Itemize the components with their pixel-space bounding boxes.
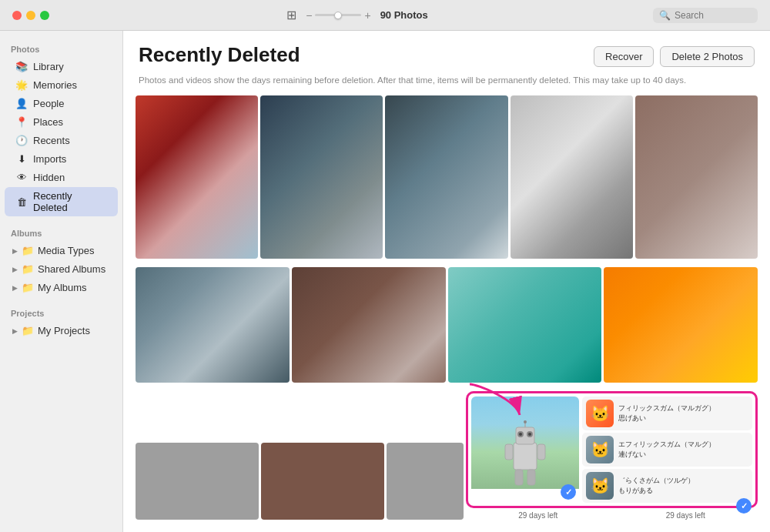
- chevron-icon: ▶: [12, 247, 18, 255]
- minimize-button[interactable]: [26, 11, 35, 20]
- photo-cell[interactable]: [260, 95, 383, 259]
- sidebar-item-memories[interactable]: 🌟 Memories: [5, 76, 118, 94]
- people-label: People: [33, 98, 64, 109]
- imports-icon: ⬇: [15, 153, 28, 165]
- main-content: Recently Deleted Recover Delete 2 Photos…: [123, 31, 770, 532]
- recents-label: Recents: [33, 135, 70, 146]
- svg-point-5: [519, 433, 522, 436]
- zoom-slider[interactable]: − +: [306, 9, 370, 22]
- media-types-label: Media Types: [38, 245, 94, 256]
- check-badge-1: ✓: [561, 484, 576, 500]
- sidebar-item-hidden[interactable]: 👁 Hidden: [5, 169, 118, 186]
- svg-rect-12: [527, 470, 535, 485]
- folder-icon-3: 📁: [22, 282, 34, 293]
- library-icon: 📚: [15, 61, 28, 72]
- close-button[interactable]: [12, 11, 22, 20]
- action-buttons: Recover Delete 2 Photos: [594, 46, 755, 67]
- sticker-stack: 🐱 フィリックスガム（マルガグ） 思げあい 🐱: [582, 396, 752, 503]
- sidebar-item-recents[interactable]: 🕐 Recents: [5, 132, 118, 149]
- people-icon: 👤: [15, 98, 28, 109]
- photo-count: 90 Photos: [380, 9, 428, 21]
- hidden-icon: 👁: [15, 172, 28, 183]
- sticker-item-1[interactable]: 🐱 フィリックスガム（マルガグ） 思げあい: [582, 396, 752, 430]
- titlebar: ⊞ − + 90 Photos 🔍: [0, 0, 770, 31]
- trash-icon: 🗑: [15, 196, 28, 208]
- sidebar-item-library[interactable]: 📚 Library: [5, 58, 118, 75]
- sticker-item-2[interactable]: 🐱 エフィリックスガム（マルグ） 連げない: [582, 433, 752, 467]
- days-labels: 29 days left 29 days left: [466, 511, 758, 520]
- delete-button[interactable]: Delete 2 Photos: [660, 46, 755, 67]
- app-body: Photos 📚 Library 🌟 Memories 👤 People 📍 P…: [0, 31, 770, 532]
- photo-cell[interactable]: [261, 443, 384, 520]
- photo-cell[interactable]: [635, 95, 758, 259]
- search-box[interactable]: 🔍: [653, 8, 758, 23]
- right-cells: [387, 443, 464, 520]
- photo-cell[interactable]: [387, 443, 464, 520]
- places-label: Places: [33, 116, 63, 128]
- photo-cell-wide[interactable]: [292, 267, 446, 383]
- sidebar-item-people[interactable]: 👤 People: [5, 95, 118, 112]
- traffic-lights: [12, 11, 49, 20]
- sidebar-item-my-albums[interactable]: ▶ 📁 My Albums: [5, 279, 118, 296]
- svg-rect-1: [514, 443, 537, 470]
- folder-icon: 📁: [22, 245, 34, 256]
- days-label-1: 29 days left: [466, 511, 611, 520]
- robot-photo[interactable]: ✓: [471, 396, 579, 503]
- svg-rect-11: [515, 470, 523, 485]
- maximize-button[interactable]: [40, 11, 49, 20]
- my-projects-label: My Projects: [38, 325, 90, 336]
- photo-cell-wide[interactable]: [604, 267, 758, 383]
- photo-cell-wide[interactable]: [448, 267, 602, 383]
- search-icon: 🔍: [659, 10, 671, 21]
- content-subtitle: Photos and videos show the days remainin…: [123, 75, 770, 92]
- places-icon: 📍: [15, 116, 28, 128]
- zoom-track[interactable]: [315, 14, 361, 16]
- view-icon: ⊞: [286, 8, 296, 22]
- folder-icon-2: 📁: [22, 263, 34, 275]
- photo-cell-wide[interactable]: [136, 267, 290, 383]
- photo-cell[interactable]: [511, 95, 633, 259]
- sidebar: Photos 📚 Library 🌟 Memories 👤 People 📍 P…: [0, 31, 123, 532]
- memories-label: Memories: [33, 79, 77, 91]
- chevron-icon-4: ▶: [12, 327, 18, 335]
- page-title: Recently Deleted: [139, 43, 300, 67]
- chevron-icon-3: ▶: [12, 284, 18, 292]
- imports-label: Imports: [33, 153, 66, 165]
- recover-button[interactable]: Recover: [594, 46, 654, 67]
- photo-cell[interactable]: [136, 443, 259, 520]
- albums-section-title: Albums: [0, 224, 122, 241]
- highlighted-group-container: ✓ 🐱 フィリックスガム（マルガグ） 思げあい: [466, 391, 758, 520]
- sidebar-item-places[interactable]: 📍 Places: [5, 113, 118, 131]
- titlebar-center: ⊞ − + 90 Photos: [62, 8, 653, 22]
- sidebar-item-shared-albums[interactable]: ▶ 📁 Shared Albums: [5, 260, 118, 278]
- search-input[interactable]: [675, 10, 752, 21]
- chevron-icon-2: ▶: [12, 266, 18, 273]
- folder-icon-4: 📁: [22, 325, 34, 336]
- photo-cell[interactable]: [136, 95, 258, 259]
- hidden-label: Hidden: [33, 172, 65, 183]
- memories-icon: 🌟: [15, 79, 28, 91]
- svg-rect-9: [505, 444, 513, 460]
- library-label: Library: [33, 61, 64, 72]
- recently-deleted-label: Recently Deleted: [33, 190, 107, 213]
- sidebar-item-my-projects[interactable]: ▶ 📁 My Projects: [5, 322, 118, 340]
- sidebar-item-imports[interactable]: ⬇ Imports: [5, 150, 118, 168]
- photo-grid-row1: [123, 92, 770, 262]
- zoom-minus-icon[interactable]: −: [306, 9, 312, 22]
- photos-section-title: Photos: [0, 40, 122, 57]
- projects-section-title: Projects: [0, 304, 122, 321]
- photo-cell[interactable]: [385, 95, 507, 259]
- zoom-plus-icon[interactable]: +: [364, 9, 370, 22]
- photo-grid-row3: ✓ 🐱 フィリックスガム（マルガグ） 思げあい: [123, 388, 770, 523]
- svg-point-6: [528, 433, 531, 436]
- recents-icon: 🕐: [15, 135, 28, 146]
- content-header: Recently Deleted Recover Delete 2 Photos: [123, 31, 770, 73]
- sticker-text-1: フィリックスガム（マルガグ） 思げあい: [618, 403, 715, 423]
- sticker-item-3[interactable]: 🐱 ゛らくさがム（ツルゲ） もりがある: [582, 469, 752, 503]
- sidebar-item-recently-deleted[interactable]: 🗑 Recently Deleted: [5, 187, 118, 216]
- zoom-thumb[interactable]: [334, 12, 342, 19]
- sidebar-item-media-types[interactable]: ▶ 📁 Media Types: [5, 242, 118, 259]
- my-albums-label: My Albums: [38, 282, 87, 293]
- selected-photos-group[interactable]: ✓ 🐱 フィリックスガム（マルガグ） 思げあい: [466, 391, 758, 508]
- check-badge-2: ✓: [736, 498, 752, 514]
